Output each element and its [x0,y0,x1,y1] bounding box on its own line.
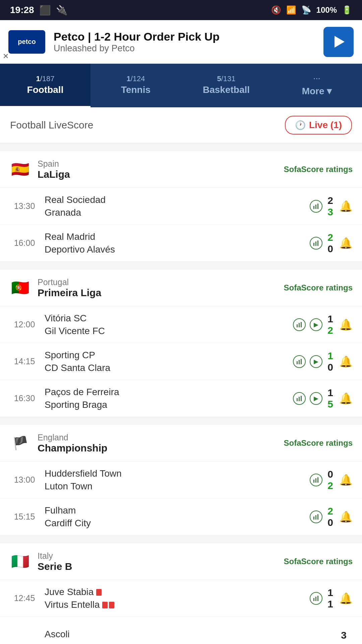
svg-rect-11 [299,360,300,364]
svg-rect-7 [297,324,298,327]
match-teams: Paços de Ferreira Sporting Braga [40,387,293,410]
score2: 2 [327,325,333,336]
score2: 0 [327,243,333,255]
match-teams: Huddersfield Town Luton Town [40,468,310,492]
match-row[interactable]: 12:45 Juve Stabia Virtus Entella 1 1 🔔 [0,580,362,617]
match-row[interactable]: 13:30 Real Sociedad Granada 2 3 🔔 [0,188,362,225]
tab-tennis[interactable]: 1/124 Tennis [90,64,181,107]
play-icon[interactable]: ▶ [310,318,322,331]
match-scores: 1 0 [327,350,333,373]
svg-rect-21 [317,514,318,520]
svg-rect-19 [313,517,314,520]
svg-rect-1 [313,206,314,209]
score1: 2 [327,232,333,243]
match-teams: Ascoli [40,629,336,642]
italy-flag: 🇮🇹 [9,551,31,572]
team2-name: CD Santa Clara [45,363,288,373]
ad-subtitle: Unleashed by Petco [54,43,323,54]
notification-bell[interactable]: 🔔 [339,200,353,213]
notification-bell[interactable]: 🔔 [339,511,353,523]
portugal-country: Portugal [38,277,284,287]
ad-banner[interactable]: petco Petco | 1-2 Hour Order Pick Up Unl… [0,20,362,64]
league-header-championship: 🏴 England Championship SofaScore ratings [0,425,362,462]
score1: 1 [327,587,333,598]
stats-icon[interactable] [310,474,322,486]
svg-rect-20 [315,515,316,520]
england-flag: 🏴 [9,432,31,454]
team2-name: Deportivo Alavés [45,244,305,255]
signal-icon: 📡 [301,5,311,15]
england-country: England [38,433,284,442]
match-time: 12:45 [9,593,40,603]
league-spain: 🇪🇸 Spain LaLiga SofaScore ratings 13:30 … [0,143,362,262]
svg-rect-14 [299,397,300,401]
stats-icon[interactable] [310,237,322,250]
battery-icon: 🔋 [342,5,352,15]
basketball-count: 5/131 [217,74,235,83]
score1: 2 [327,195,333,206]
match-row[interactable]: 14:15 Sporting CP CD Santa Clara ▶ 1 0 🔔 [0,343,362,380]
match-time: 15:15 [9,512,40,522]
match-teams: Juve Stabia Virtus Entella [40,587,310,610]
match-action-icons [310,237,322,250]
notification-bell[interactable]: 🔔 [339,237,353,250]
score2: 0 [327,517,333,528]
tab-more[interactable]: ··· More ▾ [272,64,362,107]
tab-basketball[interactable]: 5/131 Basketball [181,64,272,107]
ad-close-button[interactable]: ✕ [3,52,9,61]
match-row[interactable]: 13:00 Huddersfield Town Luton Town 0 2 🔔 [0,462,362,498]
stats-icon[interactable] [310,592,322,605]
portugal-league-info: Portugal Primeira Liga [38,277,284,299]
score2: 5 [327,398,333,410]
tennis-label: Tennis [121,85,150,95]
team2-name: Virtus Entella [45,599,305,610]
italy-league-info: Italy Serie B [38,551,284,572]
live-badge[interactable]: 🕐 Live (1) [285,116,352,135]
league-header-serie-b: 🇮🇹 Italy Serie B SofaScore ratings [0,543,362,580]
notification-bell[interactable]: 🔔 [339,592,353,605]
svg-rect-24 [317,596,318,601]
notification-bell[interactable]: 🔔 [339,355,353,368]
primeira-name: Primeira Liga [38,287,284,299]
ad-text: Petco | 1-2 Hour Order Pick Up Unleashed… [54,30,323,54]
primeira-sofascore: SofaScore ratings [284,283,353,292]
stats-icon[interactable] [310,200,322,213]
status-time: 19:28 [10,5,34,15]
play-icon[interactable]: ▶ [310,392,322,405]
stats-icon[interactable] [293,318,306,331]
stats-icon[interactable] [293,355,306,368]
score2: 3 [327,206,333,218]
notification-bell[interactable]: 🔔 [339,392,353,405]
play-icon[interactable]: ▶ [310,355,322,368]
portugal-flag: 🇵🇹 [9,277,31,299]
notification-bell[interactable]: 🔔 [339,474,353,486]
nav-tabs: 1/187 Football 1/124 Tennis 5/131 Basket… [0,64,362,107]
ad-logo: petco [8,30,45,54]
tab-football[interactable]: 1/187 Football [0,64,90,107]
match-action-icons [310,200,322,213]
match-action-icons: ▶ [293,318,322,331]
ad-icon-button[interactable] [323,27,354,57]
section-header: Football LiveScore 🕐 Live (1) [0,107,362,143]
live-label: Live (1) [309,120,342,130]
score2: 2 [327,480,333,491]
team2-name: Sporting Braga [45,399,288,410]
match-row[interactable]: 16:30 Paços de Ferreira Sporting Braga ▶… [0,380,362,417]
score1: 1 [327,387,333,398]
notification-bell[interactable]: 🔔 [339,318,353,331]
match-row[interactable]: 15:15 Fulham Cardiff City 2 0 🔔 [0,498,362,535]
match-time: 16:00 [9,238,40,248]
svg-rect-8 [299,323,300,327]
stats-icon[interactable] [310,511,322,523]
match-row[interactable]: 16:00 Real Madrid Deportivo Alavés 2 0 🔔 [0,225,362,262]
match-time: 16:30 [9,393,40,403]
stats-icon[interactable] [293,392,306,405]
team1-name: Real Madrid [45,231,305,242]
match-teams: Real Madrid Deportivo Alavés [40,231,310,255]
team1-name: Vitória SC [45,313,288,324]
svg-rect-2 [315,205,316,209]
laliga-sofascore: SofaScore ratings [284,165,353,174]
match-row[interactable]: Ascoli 3 [0,617,362,644]
match-row[interactable]: 12:00 Vitória SC Gil Vicente FC ▶ 1 2 🔔 [0,306,362,343]
championship-sofascore: SofaScore ratings [284,438,353,448]
